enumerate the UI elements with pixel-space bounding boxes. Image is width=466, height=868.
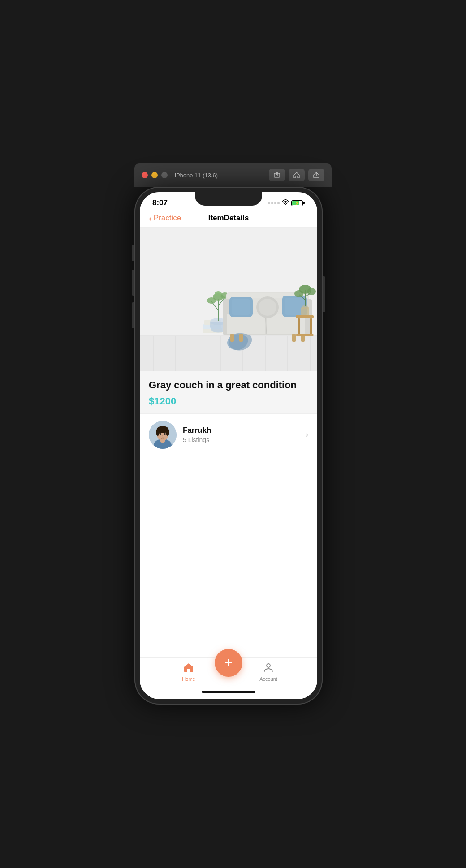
svg-rect-45: [298, 318, 300, 336]
mac-toolbar-icons: [269, 169, 324, 181]
back-chevron-icon: ‹: [149, 214, 152, 223]
svg-rect-42: [292, 334, 296, 342]
svg-point-1: [276, 175, 278, 176]
svg-point-54: [294, 290, 303, 297]
phone-screen: 8:07: [140, 192, 317, 699]
phone-frame: 8:07: [134, 187, 323, 705]
device-name: iPhone 11 (13.6): [175, 172, 265, 179]
navigation-bar: ‹ Practice ItemDetails: [140, 210, 317, 228]
svg-point-64: [160, 433, 161, 435]
battery-icon: ⚡: [291, 200, 305, 206]
side-btn-vol-down: [132, 302, 134, 328]
product-price: $1200: [149, 395, 308, 407]
product-info-section: Gray couch in a great condition $1200: [140, 371, 317, 413]
page-title: ItemDetails: [202, 214, 255, 223]
status-time: 8:07: [152, 198, 168, 207]
tab-bar: Home + Account: [140, 657, 317, 691]
home-tab-label: Home: [182, 676, 195, 682]
home-indicator: [202, 691, 255, 693]
notch: [195, 192, 262, 206]
share-button[interactable]: [308, 169, 324, 181]
empty-content-area: [140, 456, 317, 657]
screenshot-button[interactable]: [269, 169, 285, 181]
svg-rect-35: [232, 299, 250, 315]
wifi-icon: [282, 199, 289, 206]
home-button[interactable]: [289, 169, 305, 181]
side-btn-mute: [132, 245, 134, 261]
svg-rect-40: [230, 334, 234, 342]
fab-plus-icon: +: [224, 656, 233, 669]
svg-point-37: [259, 299, 276, 316]
side-btn-power: [323, 276, 325, 312]
traffic-light-yellow[interactable]: [151, 172, 158, 178]
svg-point-62: [156, 429, 160, 436]
svg-point-63: [166, 429, 169, 436]
account-tab-icon: [263, 662, 273, 675]
svg-rect-0: [274, 173, 280, 177]
mac-titlebar: iPhone 11 (13.6): [134, 163, 332, 187]
seller-row[interactable]: Farrukh 5 Listings ›: [140, 414, 317, 456]
seller-name: Farrukh: [183, 426, 306, 435]
product-title: Gray couch in a great condition: [149, 379, 308, 392]
svg-point-25: [215, 291, 222, 296]
product-image: [140, 228, 317, 371]
seller-info: Farrukh 5 Listings: [183, 426, 306, 443]
back-label: Practice: [154, 214, 181, 223]
svg-point-55: [307, 288, 316, 295]
traffic-light-red[interactable]: [142, 172, 148, 178]
svg-point-23: [207, 297, 216, 304]
home-tab-icon: [183, 662, 194, 675]
svg-point-65: [164, 433, 166, 435]
status-bar: 8:07: [140, 192, 317, 210]
seller-listings: 5 Listings: [183, 436, 306, 443]
svg-point-3: [285, 204, 286, 205]
svg-rect-41: [239, 334, 243, 342]
seller-avatar: [149, 421, 177, 449]
account-tab-label: Account: [259, 676, 277, 682]
side-btn-vol-up: [132, 270, 134, 296]
fab-add-button[interactable]: +: [215, 649, 242, 677]
signal-icon: [268, 202, 280, 204]
svg-rect-44: [296, 315, 314, 318]
back-button[interactable]: ‹ Practice: [149, 214, 202, 223]
svg-point-66: [267, 664, 270, 667]
status-icons: ⚡: [268, 199, 305, 206]
traffic-light-gray[interactable]: [161, 172, 168, 178]
seller-chevron-icon: ›: [306, 430, 308, 439]
svg-rect-47: [296, 334, 314, 336]
svg-rect-46: [310, 318, 312, 336]
